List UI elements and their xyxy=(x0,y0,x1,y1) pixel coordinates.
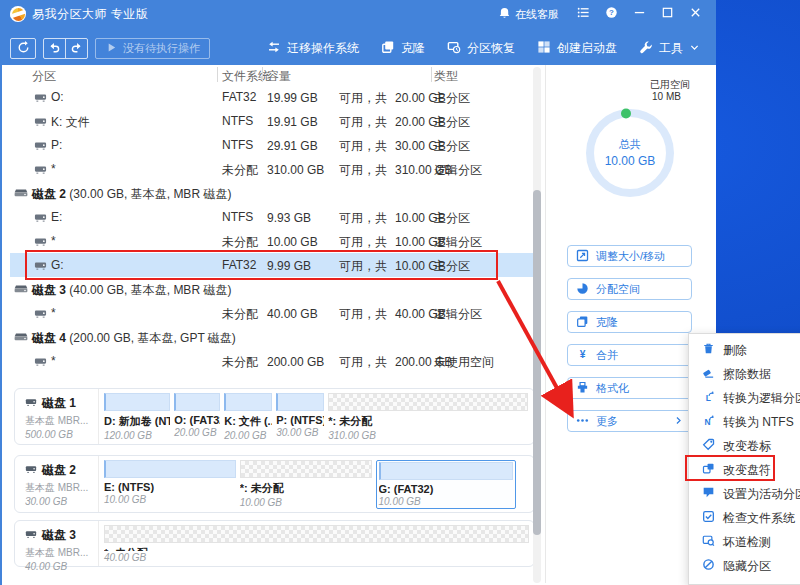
menu-item-wipe-data[interactable]: 擦除数据 xyxy=(689,362,800,386)
column-divider xyxy=(262,67,263,82)
disk-label: 磁盘 2基本盘 MBR...30.00 GB xyxy=(15,456,99,512)
disk-icon xyxy=(25,396,37,411)
menu-item-convert-to-ntfs[interactable]: N转换为 NTFS xyxy=(689,410,800,434)
partition-type: 主分区 xyxy=(434,258,470,275)
disk-group-row[interactable]: 磁盘 4 (200.00 GB, 基本盘, GPT 磁盘) xyxy=(10,325,535,349)
partition-row[interactable]: *未分配40.00 GB可用，共40.00 GB逻辑分区 xyxy=(10,301,535,325)
menu-item-check-filesystem[interactable]: 检查文件系统 xyxy=(689,506,800,530)
maximize-button[interactable] xyxy=(654,4,680,24)
partition-filesystem: NTFS xyxy=(222,210,253,224)
partition-type: 逻辑分区 xyxy=(434,162,482,179)
disk-map-row[interactable]: 磁盘 2基本盘 MBR...30.00 GBE: (NTFS)10.00 GB*… xyxy=(14,455,535,513)
scrollbar-thumb[interactable] xyxy=(533,190,541,535)
partition-actions: 调整大小/移动分配空间克隆¥合并格式化更多 xyxy=(567,245,692,443)
format-button[interactable]: 格式化 xyxy=(567,377,692,399)
online-support-button[interactable]: 在线客服 xyxy=(498,7,559,22)
bootdisk-icon xyxy=(537,40,551,57)
disk-group-row[interactable]: 磁盘 3 (40.00 GB, 基本盘, MBR 磁盘) xyxy=(10,277,535,301)
minimize-icon xyxy=(633,5,646,23)
screen: 易我分区大师 专业版 在线客服 ? 没有待执行操作 迁移操 xyxy=(0,0,800,585)
partition-block-selected[interactable]: G: (FAT32)10.00 GB xyxy=(376,460,516,509)
partition-block[interactable]: *: 未分配310.00 GB xyxy=(328,393,528,441)
partition-strip xyxy=(104,525,529,543)
partition-row[interactable]: *未分配310.00 GB可用，共310.00 GB逻辑分区 xyxy=(10,157,535,181)
partition-capacity: 29.91 GB可用，共30.00 GB xyxy=(267,138,446,155)
chevron-down-icon xyxy=(689,42,700,56)
partition-filesystem: NTFS xyxy=(222,138,253,152)
partition-block[interactable]: *: 未分配10.00 GB xyxy=(240,460,372,509)
partition-block[interactable]: D: 新加卷 (NTFS)120.00 GB xyxy=(104,393,170,441)
recover-icon xyxy=(447,40,461,57)
undo-button[interactable] xyxy=(44,39,66,58)
menu-item-set-active-partition[interactable]: 设置为活动分区 xyxy=(689,482,800,506)
partition-type: 逻辑分区 xyxy=(434,306,482,323)
partition-block[interactable]: E: (NTFS)10.00 GB xyxy=(104,460,236,509)
disk-label: 磁盘 1基本盘 MBR...500.00 GB xyxy=(15,389,99,444)
scrollbar-track[interactable] xyxy=(533,67,541,583)
menu-item-bad-sector-check[interactable]: 坏道检测 xyxy=(689,530,800,554)
menu-item-change-volume-label[interactable]: 改变卷标 xyxy=(689,434,800,458)
partition-name: K: 文件 xyxy=(51,114,90,131)
minimize-button[interactable] xyxy=(626,4,652,24)
window-title: 易我分区大师 专业版 xyxy=(32,6,148,23)
menu-item-change-drive-letter[interactable]: 改变盘符 xyxy=(689,458,800,482)
drive-icon xyxy=(34,259,47,275)
resize-move-button[interactable]: 调整大小/移动 xyxy=(567,245,692,267)
used-space-dot xyxy=(621,109,631,119)
disk-group-row[interactable]: 磁盘 2 (30.00 GB, 基本盘, MBR 磁盘) xyxy=(10,181,535,205)
menu-item-hide-partition[interactable]: 隐藏分区 xyxy=(689,554,800,578)
partition-row[interactable]: *未分配200.00 GB可用，共200.00 GB未使用空间 xyxy=(10,349,535,373)
partition-block[interactable]: *: 未分配40.00 GB xyxy=(104,525,529,563)
operations-list-button[interactable] xyxy=(570,4,596,24)
more-button[interactable]: 更多 xyxy=(567,410,692,432)
resize-icon xyxy=(576,249,589,264)
help-button[interactable]: ? xyxy=(598,4,624,24)
used-space-value: 10 MB xyxy=(652,91,681,102)
partition-table-area: 分区文件系统容量类型 O:FAT3219.99 GB可用，共20.00 GB主分… xyxy=(4,65,545,583)
hidep-icon xyxy=(702,558,715,574)
partition-name: O: xyxy=(51,90,64,104)
tontfs-icon: N xyxy=(702,414,715,430)
redo-button[interactable] xyxy=(66,39,87,58)
toolbar-create-boot-disk-button[interactable]: 创建启动盘 xyxy=(537,40,617,57)
partition-row[interactable]: O:FAT3219.99 GB可用，共20.00 GB主分区 xyxy=(10,85,535,109)
column-header[interactable]: 类型 xyxy=(434,68,458,85)
pending-operations-button[interactable]: 没有待执行操作 xyxy=(95,38,210,59)
partition-filesystem: 未分配 xyxy=(222,234,258,251)
partition-capacity: 19.91 GB可用，共20.00 GB xyxy=(267,114,446,131)
partition-block[interactable]: O: (FAT32)20.00 GB xyxy=(174,393,220,441)
disk-map-row[interactable]: 磁盘 3基本盘 MBR...40.00 GB*: 未分配40.00 GB xyxy=(14,520,535,567)
column-header[interactable]: 容量 xyxy=(267,68,291,85)
trash-icon xyxy=(702,342,715,358)
partition-row-selected[interactable]: G:FAT329.99 GB可用，共10.00 GB主分区 xyxy=(10,253,535,277)
merge-button[interactable]: ¥合并 xyxy=(567,344,692,366)
partition-block[interactable]: K: 文件 (...20.00 GB xyxy=(224,393,272,441)
table-header: 分区文件系统容量类型 xyxy=(10,65,535,85)
allocate-space-button[interactable]: 分配空间 xyxy=(567,278,692,300)
close-button[interactable] xyxy=(682,4,708,24)
refresh-button[interactable] xyxy=(10,38,36,59)
partition-type: 逻辑分区 xyxy=(434,234,482,251)
toolbar-tools-button[interactable]: 工具 xyxy=(639,40,700,57)
used-space-label: 已用空间 xyxy=(650,78,690,92)
dletter-icon xyxy=(702,462,715,478)
menu-item-delete[interactable]: 删除 xyxy=(689,338,800,362)
partition-block[interactable]: P: (NTFS)30.00 GB xyxy=(276,393,324,441)
toolbar-clone-button[interactable]: 克隆 xyxy=(381,40,425,57)
menu-item-convert-to-logical[interactable]: L转换为逻辑分区 xyxy=(689,386,800,410)
partition-row[interactable]: *未分配10.00 GB可用，共10.00 GB逻辑分区 xyxy=(10,229,535,253)
clone-button[interactable]: 克隆 xyxy=(567,311,692,333)
partition-strip xyxy=(379,462,513,480)
partition-strip xyxy=(174,393,220,411)
partition-row[interactable]: P:NTFS29.91 GB可用，共30.00 GB主分区 xyxy=(10,133,535,157)
column-header[interactable]: 分区 xyxy=(32,68,56,85)
disk-map-row[interactable]: 磁盘 1基本盘 MBR...500.00 GBD: 新加卷 (NTFS)120.… xyxy=(14,388,535,445)
drive-icon xyxy=(34,139,47,155)
partition-row[interactable]: K: 文件NTFS19.91 GB可用，共20.00 GB主分区 xyxy=(10,109,535,133)
partition-filesystem: NTFS xyxy=(222,114,253,128)
toolbar-migrate-os-button[interactable]: 迁移操作系统 xyxy=(267,40,359,57)
toolbar-partition-recovery-button[interactable]: 分区恢复 xyxy=(447,40,515,57)
partition-row[interactable]: E:NTFS9.93 GB可用，共10.00 GB主分区 xyxy=(10,205,535,229)
allocate-icon xyxy=(576,282,589,297)
partition-strip xyxy=(240,460,372,478)
